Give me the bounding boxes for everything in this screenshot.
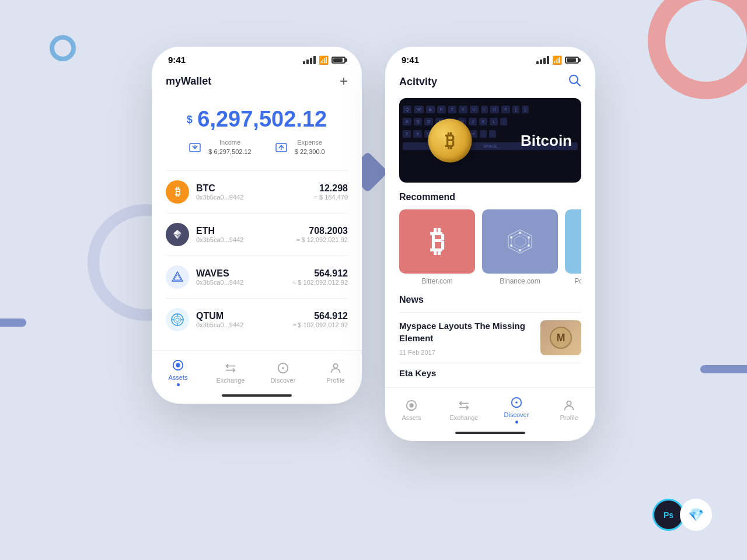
keyboard-background: QWE RTY UIO P[] ASD FGH JKL ; ZXC (399, 98, 581, 183)
svg-point-38 (515, 401, 518, 404)
nav-discover-label-2: Discover (504, 411, 529, 418)
nav-discover-2[interactable]: Discover (499, 396, 534, 424)
bottom-nav-activity: Assets Exchange Discover (385, 387, 595, 428)
sketch-logo: 💎 (680, 499, 712, 531)
news-item-2[interactable]: Eta Keys (399, 363, 581, 383)
wifi-icon: 📶 (319, 55, 329, 65)
crypto-item-btc[interactable]: ₿ BTC 0x3b5ca0...9442 12.298 ≈ $ 184,470 (166, 170, 348, 213)
battery-icon (331, 57, 345, 64)
balance-section: $ 6,297,502.12 Income (166, 97, 348, 170)
recommend-card-bitter[interactable]: ₿ Bitter.com (399, 209, 475, 285)
waves-icon (166, 265, 189, 289)
crypto-item-waves[interactable]: WAVES 0x3b5ca0...9442 564.912 ≈ $ 102,09… (166, 256, 348, 298)
bitcoin-coin: ₿ (428, 118, 472, 162)
assets-icon-2 (405, 399, 418, 412)
waves-name: WAVES (196, 268, 292, 279)
svg-point-30 (519, 249, 521, 251)
waves-amount: 564.912 (292, 268, 348, 279)
activity-header: Acitvity (399, 69, 581, 98)
news-date-1: 11 Feb 2017 (399, 349, 531, 356)
phones-container: 9:41 📶 myWallet + (152, 47, 595, 441)
bg-decoration-circle-blue (50, 35, 76, 61)
crypto-list: ₿ BTC 0x3b5ca0...9442 12.298 ≈ $ 184,470 (166, 170, 348, 345)
nav-assets[interactable]: Assets (160, 359, 196, 386)
assets-icon (172, 359, 184, 372)
recommend-card-polo[interactable]: Polone (565, 209, 581, 285)
wallet-header: myWallet + (166, 69, 348, 97)
status-time-activity: 9:41 (402, 55, 419, 65)
search-button[interactable] (568, 74, 581, 90)
nav-active-dot (177, 383, 180, 386)
svg-point-27 (519, 232, 521, 234)
qtum-values: 564.912 ≈ $ 102,092,012.92 (292, 311, 348, 328)
svg-point-29 (528, 244, 530, 247)
activity-title: Acitvity (399, 76, 437, 88)
wifi-icon-2: 📶 (552, 55, 562, 65)
add-button[interactable]: + (340, 74, 348, 88)
bitter-image: ₿ (399, 209, 475, 274)
btc-icon: ₿ (166, 180, 189, 204)
income-stat: Income $ 6,297,502.12 (189, 139, 251, 156)
recommend-title: Recommend (399, 192, 581, 202)
nav-profile-label: Profile (326, 377, 344, 384)
news-thumb-1: M (540, 320, 581, 355)
nav-discover[interactable]: Discover (266, 362, 301, 384)
qtum-usd: ≈ $ 102,092,012.92 (292, 321, 348, 328)
btc-values: 12.298 ≈ $ 184,470 (314, 183, 348, 201)
exchange-icon (224, 362, 237, 374)
signal-icon (303, 56, 316, 64)
activity-content: Acitvity QWE RTY UIO (385, 69, 595, 383)
binance-icon (505, 227, 535, 256)
wallet-title: myWallet (166, 75, 211, 88)
nav-assets-2[interactable]: Assets (394, 399, 429, 421)
nav-profile-2[interactable]: Profile (551, 399, 587, 421)
news-title-2: Eta Keys (399, 368, 581, 378)
balance-display: $ 6,297,502.12 (166, 107, 348, 132)
waves-info: WAVES 0x3b5ca0...9442 (196, 268, 292, 286)
svg-point-20 (282, 367, 284, 369)
discover-icon (277, 362, 289, 374)
binance-name: Binance.com (482, 277, 558, 285)
nav-profile-label-2: Profile (560, 414, 578, 421)
news-content-1: Myspace Layouts The Missing Element 11 F… (399, 320, 540, 356)
nav-exchange-label-2: Exchange (450, 414, 479, 421)
svg-point-28 (528, 236, 530, 239)
news-title-1: Myspace Layouts The Missing Element (399, 320, 531, 344)
svg-point-32 (510, 236, 512, 239)
crypto-item-qtum[interactable]: QTUM 0x3b5ca0...9442 564.912 ≈ $ 102,092… (166, 298, 348, 341)
news-image-icon: M (549, 326, 573, 349)
home-bar-activity (455, 432, 525, 434)
qtum-icon (166, 308, 189, 331)
polo-image (565, 209, 581, 274)
btc-usd: ≈ $ 184,470 (314, 194, 348, 201)
expense-icon (275, 142, 288, 153)
nav-profile[interactable]: Profile (318, 362, 353, 384)
bg-decoration-bar-left (0, 318, 26, 327)
svg-marker-26 (514, 236, 526, 247)
wallet-content: myWallet + $ 6,297,502.12 (152, 69, 362, 345)
crypto-item-eth[interactable]: ETH 0x3b5ca0...9442 708.2003 ≈ $ 12,092,… (166, 213, 348, 256)
search-icon (568, 74, 581, 87)
eth-info: ETH 0x3b5ca0...9442 (196, 226, 296, 243)
recommend-scroll: ₿ Bitter.com (399, 209, 581, 285)
nav-exchange-2[interactable]: Exchange (446, 399, 481, 421)
recommend-card-binance[interactable]: Binance.com (482, 209, 558, 285)
status-icons-wallet: 📶 (303, 55, 345, 65)
nav-exchange[interactable]: Exchange (213, 362, 248, 384)
status-time-wallet: 9:41 (168, 55, 186, 65)
qtum-amount: 564.912 (292, 311, 348, 321)
news-thumbnail-image-1: M (540, 320, 581, 355)
nav-discover-label: Discover (271, 377, 296, 384)
news-title: News (399, 295, 581, 305)
news-section: News Myspace Layouts The Missing Element… (399, 295, 581, 383)
status-bar-activity: 9:41 📶 (385, 47, 595, 69)
svg-line-23 (577, 82, 580, 86)
banner-bitcoin-text: Bitcoin (521, 131, 572, 149)
eth-amount: 708.2003 (296, 226, 348, 236)
profile-icon (329, 362, 342, 374)
waves-address: 0x3b5ca0...9442 (196, 279, 292, 286)
news-item-1[interactable]: Myspace Layouts The Missing Element 11 F… (399, 312, 581, 363)
nav-assets-label-2: Assets (402, 414, 421, 421)
btc-info: BTC 0x3b5ca0...9442 (196, 183, 314, 201)
expense-label: Expense (295, 139, 325, 146)
